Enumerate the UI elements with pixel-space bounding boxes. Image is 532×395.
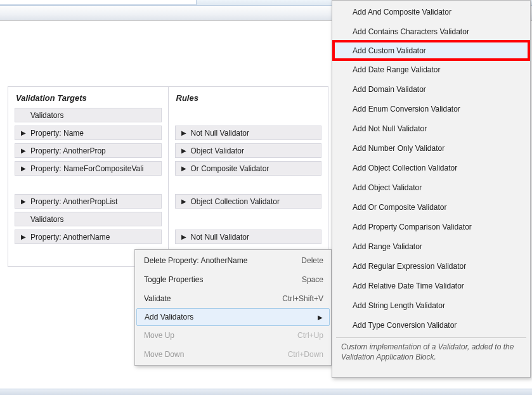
sub-add-contains-chars[interactable]: Add Contains Characters Validator <box>334 22 529 41</box>
expand-icon: ▶ <box>19 165 28 172</box>
sub-label: Add Or Composite Validator <box>353 203 447 212</box>
rule-label: Object Collection Validator <box>188 197 280 206</box>
validation-targets-column: Validation Targets ▶ Validators ▶ Proper… <box>8 87 168 266</box>
expand-icon: ▶ <box>179 233 188 240</box>
rule-object-collection[interactable]: ▶ Object Collection Validator <box>175 194 322 209</box>
sub-add-enum-conversion[interactable]: Add Enum Conversion Validator <box>334 99 529 119</box>
target-label: Property: Name <box>28 129 84 138</box>
rule-or-composite[interactable]: ▶ Or Composite Validator <box>175 161 322 176</box>
target-label: Property: NameForCompositeVali <box>28 164 144 173</box>
ctx-label: Move Up <box>144 331 297 340</box>
ctx-label: Toggle Properties <box>144 275 302 284</box>
address-field-area <box>0 0 197 5</box>
ctx-toggle-properties[interactable]: Toggle Properties Space <box>136 270 330 289</box>
sub-label: Add Type Conversion Validator <box>353 321 457 330</box>
expand-icon: ▶ <box>19 198 28 205</box>
ctx-validate[interactable]: Validate Ctrl+Shift+V <box>136 289 330 308</box>
rule-not-null[interactable]: ▶ Not Null Validator <box>175 126 322 140</box>
target-property-name[interactable]: ▶ Property: Name <box>15 126 162 140</box>
target-property-anothername[interactable]: ▶ Property: AnotherName <box>15 230 162 244</box>
sub-add-object-validator[interactable]: Add Object Validator <box>334 178 529 197</box>
ctx-accel: Space <box>302 275 323 284</box>
sub-label: Add Not Null Validator <box>353 124 427 133</box>
sub-label: Add Relative Date Time Validator <box>353 282 464 290</box>
rule-label: Not Null Validator <box>188 233 249 242</box>
sub-add-range[interactable]: Add Range Validator <box>334 236 529 256</box>
rule-label: Object Validator <box>188 146 245 155</box>
submenu-arrow-icon: ▶ <box>316 314 323 321</box>
sub-label: Add Custom Validator <box>353 46 426 55</box>
rule-label: Not Null Validator <box>188 129 249 138</box>
target-label: Validators <box>28 215 63 224</box>
sub-label: Add And Composite Validator <box>353 8 451 16</box>
sub-add-object-collection[interactable]: Add Object Collection Validator <box>334 158 529 178</box>
sub-label: Add Range Validator <box>353 242 422 251</box>
context-menu[interactable]: Delete Property: AnotherName Delete Togg… <box>134 249 332 366</box>
sub-add-number-only[interactable]: Add Number Only Validator <box>334 138 529 158</box>
target-validators[interactable]: ▶ Validators <box>15 108 162 122</box>
sub-add-type-conversion[interactable]: Add Type Conversion Validator <box>334 315 529 335</box>
rule-not-null-2[interactable]: ▶ Not Null Validator <box>175 230 322 244</box>
sub-add-or-composite[interactable]: Add Or Composite Validator <box>334 197 529 217</box>
sub-label: Add String Length Validator <box>353 301 445 310</box>
ctx-label: Add Validators <box>145 313 316 321</box>
rules-header: Rules <box>175 92 322 108</box>
target-label: Property: AnotherPropList <box>28 197 117 206</box>
expand-icon: ▶ <box>179 165 188 172</box>
status-bar <box>0 389 532 395</box>
target-property-composite[interactable]: ▶ Property: NameForCompositeVali <box>15 161 162 176</box>
sub-label: Add Object Validator <box>353 183 422 192</box>
target-property-anotherproplist[interactable]: ▶ Property: AnotherPropList <box>15 194 162 209</box>
sub-label: Add Number Only Validator <box>353 144 444 153</box>
expand-icon: ▶ <box>19 129 28 136</box>
expand-icon: ▶ <box>179 129 188 136</box>
sub-add-regex[interactable]: Add Regular Expression Validator <box>334 256 529 276</box>
sub-add-and-composite[interactable]: Add And Composite Validator <box>334 2 529 22</box>
sub-label: Add Domain Validator <box>353 85 426 94</box>
ctx-move-down: Move Down Ctrl+Down <box>136 345 330 364</box>
target-label: Property: AnotherProp <box>28 146 106 155</box>
sub-add-relative-datetime[interactable]: Add Relative Date Time Validator <box>334 276 529 295</box>
sub-add-date-range[interactable]: Add Date Range Validator <box>334 60 529 79</box>
expand-icon: ▶ <box>179 198 188 205</box>
ctx-accel: Ctrl+Shift+V <box>282 294 323 303</box>
ctx-label: Delete Property: AnotherName <box>144 256 301 265</box>
expand-icon: ▶ <box>19 233 28 240</box>
sub-add-custom-validator[interactable]: Add Custom Validator <box>334 41 529 60</box>
ctx-delete-property[interactable]: Delete Property: AnotherName Delete <box>136 251 330 270</box>
validation-targets-header: Validation Targets <box>15 92 162 108</box>
target-property-anotherprop[interactable]: ▶ Property: AnotherProp <box>15 143 162 158</box>
sub-label: Add Regular Expression Validator <box>353 262 466 271</box>
sub-add-property-comparison[interactable]: Add Property Comparison Validator <box>334 217 529 236</box>
expand-icon: ▶ <box>19 147 28 154</box>
sub-label: Add Contains Characters Validator <box>353 27 469 36</box>
ctx-accel: Ctrl+Down <box>288 350 323 359</box>
ctx-label: Validate <box>144 294 282 303</box>
sub-label: Add Enum Conversion Validator <box>353 105 460 113</box>
ctx-accel: Delete <box>301 256 323 265</box>
sub-add-not-null[interactable]: Add Not Null Validator <box>334 119 529 138</box>
rules-column: Rules ▶ Not Null Validator ▶ Object Vali… <box>169 87 328 266</box>
target-label: Validators <box>28 111 63 120</box>
submenu-tooltip: Custom implementation of a Validator, ad… <box>336 337 526 366</box>
sub-label: Add Object Collection Validator <box>353 164 457 172</box>
ctx-label: Move Down <box>144 350 288 359</box>
rule-object-validator[interactable]: ▶ Object Validator <box>175 143 322 158</box>
sub-label: Add Date Range Validator <box>353 65 441 74</box>
workspace-panel: Validation Targets ▶ Validators ▶ Proper… <box>8 86 328 267</box>
expand-icon: ▶ <box>179 147 188 154</box>
ctx-move-up: Move Up Ctrl+Up <box>136 326 330 345</box>
sub-add-domain[interactable]: Add Domain Validator <box>334 79 529 99</box>
add-validators-submenu[interactable]: Add And Composite Validator Add Contains… <box>332 0 531 378</box>
rule-label: Or Composite Validator <box>188 164 269 173</box>
ctx-accel: Ctrl+Up <box>297 331 323 340</box>
target-validators-2[interactable]: ▶ Validators <box>15 212 162 226</box>
target-label: Property: AnotherName <box>28 233 110 242</box>
sub-label: Add Property Comparison Validator <box>353 223 472 231</box>
sub-add-string-length[interactable]: Add String Length Validator <box>334 295 529 315</box>
ctx-add-validators[interactable]: Add Validators ▶ <box>136 308 330 326</box>
